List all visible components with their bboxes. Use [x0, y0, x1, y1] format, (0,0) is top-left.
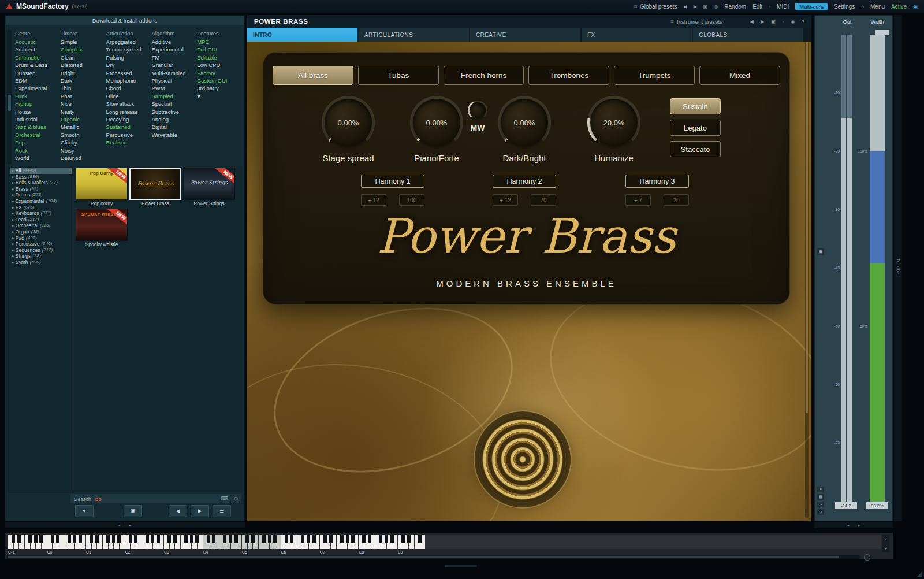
filter-factory[interactable]: Factory: [197, 69, 243, 77]
key-black[interactable]: [385, 535, 388, 543]
midi-button[interactable]: MIDI: [777, 3, 789, 10]
prev-preset-icon[interactable]: ◀: [750, 19, 754, 24]
filter-funk[interactable]: Funk: [15, 92, 61, 100]
eye-icon[interactable]: ◉: [791, 19, 795, 24]
filter-digital[interactable]: Digital: [151, 123, 197, 131]
articulation-legato[interactable]: Legato: [670, 120, 721, 136]
record-icon[interactable]: ◎: [714, 4, 718, 9]
filter-noisy[interactable]: Noisy: [61, 147, 106, 154]
scroll-left-icon[interactable]: ◂: [847, 523, 849, 527]
tree-item-bells-mallets[interactable]: ◆Bells & Mallets(77): [10, 180, 72, 186]
key-black[interactable]: [28, 535, 32, 543]
filter-drum-bass[interactable]: Drum & Bass: [15, 61, 61, 69]
key-black[interactable]: [323, 535, 327, 543]
key-black[interactable]: [212, 535, 215, 543]
filter-simple[interactable]: Simple: [61, 38, 106, 46]
tree-item-organ[interactable]: ◆Organ(48): [10, 229, 72, 235]
knob-humanize[interactable]: 20.0%Humanize: [587, 96, 640, 163]
harmony-button[interactable]: Harmony 3: [625, 175, 689, 188]
filter-world[interactable]: World: [15, 154, 61, 162]
filter-monophonic[interactable]: Monophonic: [106, 77, 152, 84]
keyboard-scrollbar[interactable]: [7, 555, 860, 559]
key-black[interactable]: [245, 535, 249, 543]
tab-fx[interactable]: FX: [582, 28, 692, 42]
filter-dubstep[interactable]: Dubstep: [15, 69, 61, 77]
corner-grip[interactable]: [916, 571, 922, 577]
filter-sampled[interactable]: Sampled: [151, 92, 197, 100]
preset-thumb-power-strings[interactable]: Power StringsNEWPower Strings: [183, 168, 235, 206]
resize-handle[interactable]: [445, 565, 477, 567]
browser-h-scrollbar[interactable]: ◂▸: [5, 522, 245, 528]
keyboard-options-icon[interactable]: [864, 554, 870, 561]
settings-button[interactable]: Settings: [834, 3, 855, 10]
pause-icon[interactable]: ⏸: [817, 487, 824, 492]
filter-experimental[interactable]: Experimental: [15, 84, 61, 92]
articulation-sustain[interactable]: Sustain: [670, 98, 721, 114]
preset-thumb-pop-corny[interactable]: Pop CornyNEWPop corny: [76, 168, 128, 206]
toolbar-strip[interactable]: Toolbar: [894, 15, 902, 521]
main-scrollbar[interactable]: [805, 42, 809, 518]
filter-percussive[interactable]: Percussive: [106, 131, 152, 139]
scroll-left-icon[interactable]: ◂: [118, 523, 120, 527]
harmony-level[interactable]: 70: [531, 194, 556, 206]
width-meter[interactable]: [870, 35, 885, 502]
harmony-interval[interactable]: + 12: [493, 194, 518, 206]
instrument-tubas[interactable]: Tubas: [358, 66, 439, 85]
next-preset-button[interactable]: ▶: [191, 505, 209, 517]
tree-item-bass[interactable]: ◆Bass(836): [10, 174, 72, 180]
meter-mode-icon[interactable]: ▦: [817, 494, 824, 500]
filter-custom-gui[interactable]: Custom GUI: [197, 77, 243, 84]
tree-item-experimental[interactable]: ◆Experimental(194): [10, 198, 72, 205]
help-icon[interactable]: ?: [802, 19, 804, 24]
scroll-right-icon[interactable]: ▸: [129, 523, 131, 527]
key-black[interactable]: [39, 535, 43, 543]
key-black[interactable]: [56, 535, 59, 543]
harmony-level[interactable]: 100: [399, 194, 424, 206]
down-arrow-icon[interactable]: ▾: [885, 547, 886, 551]
key-black[interactable]: [418, 535, 422, 543]
key-black[interactable]: [184, 535, 188, 543]
key-black[interactable]: [73, 535, 76, 543]
filter-pop[interactable]: Pop: [15, 139, 61, 146]
filter-glitchy[interactable]: Glitchy: [61, 139, 106, 146]
filter-decaying[interactable]: Decaying: [106, 116, 152, 123]
filter-edm[interactable]: EDM: [15, 77, 61, 84]
tab-intro[interactable]: INTRO: [247, 28, 357, 42]
filter-scrollbar-handle[interactable]: [8, 95, 11, 111]
key-black[interactable]: [17, 535, 21, 543]
tab-creative[interactable]: CREATIVE: [470, 28, 580, 42]
key-black[interactable]: [251, 535, 255, 543]
main-scrollbar-handle[interactable]: [806, 42, 808, 413]
filter-chord[interactable]: Chord: [106, 84, 152, 92]
clear-search-icon[interactable]: ⊖: [233, 496, 238, 502]
instrument-all-brass[interactable]: All brass: [273, 66, 353, 85]
filter-cinematic[interactable]: Cinematic: [15, 54, 61, 61]
knob-piano-forte[interactable]: 0.00%Piano/Forte: [410, 96, 463, 163]
key-black[interactable]: [401, 535, 405, 543]
key-black[interactable]: [234, 535, 238, 543]
knob-dark-bright[interactable]: 0.00%Dark/Bright: [498, 96, 551, 163]
filter-glide[interactable]: Glide: [106, 92, 152, 100]
globe-icon[interactable]: ◉: [913, 3, 918, 10]
tree-item-sequences[interactable]: ◆Sequences(212): [10, 247, 72, 254]
key-black[interactable]: [134, 535, 137, 543]
articulation-staccato[interactable]: Staccato: [670, 141, 721, 157]
filter-editable[interactable]: Editable: [197, 54, 243, 61]
menu-button[interactable]: Menu: [870, 3, 885, 10]
keyboard-zoom-control[interactable]: ▴▾: [882, 535, 889, 552]
up-arrow-icon[interactable]: ▴: [885, 537, 886, 541]
filter-nasty[interactable]: Nasty: [61, 108, 106, 116]
tree-item-lead[interactable]: ◆Lead(217): [10, 217, 72, 223]
image-icon[interactable]: ▣: [771, 19, 776, 24]
key-black[interactable]: [379, 535, 382, 543]
key-black[interactable]: [285, 535, 288, 543]
filter-ambient[interactable]: Ambient: [15, 46, 61, 53]
tree-item-drums[interactable]: ◆Drums(273): [10, 192, 72, 198]
filter-detuned[interactable]: Detuned: [61, 154, 106, 162]
key-black[interactable]: [268, 535, 271, 543]
key-black[interactable]: [273, 535, 277, 543]
filter-house[interactable]: House: [15, 108, 61, 116]
filter-rock[interactable]: Rock: [15, 147, 61, 154]
key-black[interactable]: [312, 535, 316, 543]
filter-processed[interactable]: Processed: [106, 69, 152, 77]
